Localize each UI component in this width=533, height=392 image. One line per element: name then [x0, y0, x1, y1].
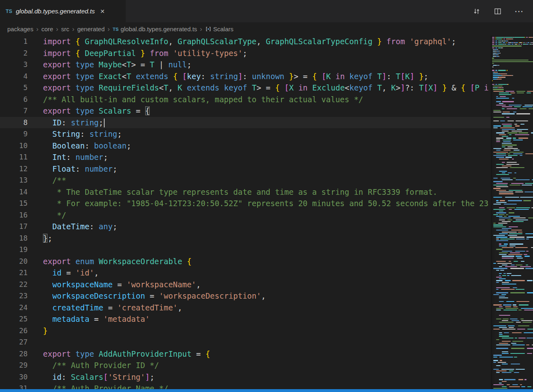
breadcrumb-label: src	[61, 26, 69, 32]
code-line-30[interactable]: 30 id: Scalars['String'];	[0, 371, 491, 383]
breadcrumb-item-core[interactable]: core	[41, 26, 53, 32]
tab-global-db-types-generated[interactable]: TS global.db.types.generated.ts ✕	[0, 0, 126, 22]
line-number-30[interactable]: 30	[0, 371, 28, 383]
editor-actions: ⋯	[472, 0, 533, 22]
line-number-26[interactable]: 26	[0, 325, 28, 337]
breadcrumb-item-packages[interactable]: packages	[7, 26, 33, 32]
code-line-4[interactable]: 4export type Exact<T extends { [key: str…	[0, 71, 491, 82]
line-number-20[interactable]: 20	[0, 256, 28, 267]
line-number-18[interactable]: 18	[0, 233, 28, 244]
chevron-right-icon: ›	[56, 26, 58, 32]
code-line-14[interactable]: 14 * The DateTime scalar type represents…	[0, 186, 491, 198]
symbol-type-icon	[205, 26, 211, 32]
code-line-5[interactable]: 5export type RequireFields<T, K extends …	[0, 82, 491, 94]
code-line-16[interactable]: 16 */	[0, 209, 491, 221]
text-cursor	[104, 118, 105, 127]
code-line-20[interactable]: 20export enum WorkspaceOrderable {	[0, 256, 491, 267]
more-actions-icon[interactable]: ⋯	[514, 7, 523, 16]
code-line-3[interactable]: 3export type Maybe<T> = T | null;	[0, 59, 491, 71]
code-line-26[interactable]: 26}	[0, 325, 491, 337]
code-line-29[interactable]: 29 /** Auth Provider ID */	[0, 360, 491, 371]
code-line-21[interactable]: 21 id = 'id',	[0, 267, 491, 279]
code-line-27[interactable]: 27	[0, 336, 491, 348]
line-number-24[interactable]: 24	[0, 302, 28, 314]
minimap[interactable]	[491, 36, 533, 389]
breadcrumb-label: core	[41, 26, 53, 32]
close-icon[interactable]: ✕	[100, 8, 105, 15]
vscode-window: TS global.db.types.generated.ts ✕ ⋯ pack…	[0, 0, 533, 392]
line-number-16[interactable]: 16	[0, 209, 28, 221]
split-editor-icon[interactable]	[493, 7, 502, 16]
typescript-file-icon: TS	[113, 27, 119, 32]
chevron-right-icon: ›	[72, 26, 75, 32]
line-number-27[interactable]: 27	[0, 336, 28, 348]
line-number-1[interactable]: 1	[0, 36, 28, 47]
line-number-31[interactable]: 31	[0, 383, 28, 389]
breadcrumb-item-src[interactable]: src	[61, 26, 69, 32]
editor[interactable]: 1import { GraphQLResolveInfo, GraphQLSca…	[0, 36, 533, 389]
line-number-7[interactable]: 7	[0, 105, 28, 117]
line-number-17[interactable]: 17	[0, 221, 28, 233]
breadcrumb: packages›core›src›generated›TSglobal.db.…	[0, 22, 533, 36]
line-number-8[interactable]: 8	[0, 117, 28, 129]
code-line-22[interactable]: 22 workspaceName = 'workspaceName',	[0, 279, 491, 291]
chevron-right-icon: ›	[200, 26, 202, 32]
open-changes-icon[interactable]	[472, 7, 481, 16]
code-line-8[interactable]: 8 ID: string;	[0, 117, 491, 129]
chevron-right-icon: ›	[107, 26, 110, 32]
code-line-19[interactable]: 19	[0, 244, 491, 256]
line-number-13[interactable]: 13	[0, 174, 28, 186]
line-number-19[interactable]: 19	[0, 244, 28, 256]
breadcrumb-label: packages	[7, 26, 33, 32]
breadcrumb-label: Scalars	[213, 26, 234, 32]
breadcrumb-item-scalars[interactable]: Scalars	[205, 26, 234, 32]
tab-bar: TS global.db.types.generated.ts ✕ ⋯	[0, 0, 533, 22]
line-number-22[interactable]: 22	[0, 279, 28, 291]
code-line-15[interactable]: 15 * For example: "1985-04-12T23:20:50.5…	[0, 198, 491, 209]
code-line-23[interactable]: 23 workspaceDescription = 'workspaceDesc…	[0, 290, 491, 302]
line-number-25[interactable]: 25	[0, 313, 28, 325]
code-line-12[interactable]: 12 Float: number;	[0, 163, 491, 175]
line-number-23[interactable]: 23	[0, 290, 28, 302]
code-line-13[interactable]: 13 /**	[0, 174, 491, 186]
breadcrumb-item-global-db-types-generated-ts[interactable]: TSglobal.db.types.generated.ts	[113, 26, 197, 32]
typescript-file-icon: TS	[6, 9, 12, 14]
code-line-2[interactable]: 2import { DeepPartial } from 'utility-ty…	[0, 47, 491, 59]
line-number-11[interactable]: 11	[0, 151, 28, 163]
code-line-17[interactable]: 17 DateTime: any;	[0, 221, 491, 233]
tab-title: global.db.types.generated.ts	[16, 8, 95, 15]
chevron-right-icon: ›	[36, 26, 39, 32]
breadcrumb-label: global.db.types.generated.ts	[120, 26, 197, 32]
line-number-4[interactable]: 4	[0, 71, 28, 82]
code-line-11[interactable]: 11 Int: number;	[0, 151, 491, 163]
code-line-28[interactable]: 28export type AddAuthProviderInput = {	[0, 348, 491, 360]
code-line-6[interactable]: 6/** All built-in and custom scalars, ma…	[0, 94, 491, 106]
line-number-2[interactable]: 2	[0, 47, 28, 59]
code-line-1[interactable]: 1import { GraphQLResolveInfo, GraphQLSca…	[0, 36, 491, 47]
code-line-31[interactable]: 31 /** Auth Provider Name */	[0, 383, 491, 389]
line-number-5[interactable]: 5	[0, 82, 28, 94]
line-number-21[interactable]: 21	[0, 267, 28, 279]
code-line-25[interactable]: 25 metadata = 'metadata'	[0, 313, 491, 325]
code-pane[interactable]: 1import { GraphQLResolveInfo, GraphQLSca…	[0, 36, 491, 389]
line-number-14[interactable]: 14	[0, 186, 28, 198]
line-number-28[interactable]: 28	[0, 348, 28, 360]
line-number-3[interactable]: 3	[0, 59, 28, 71]
code-line-24[interactable]: 24 createdTime = 'createdTime',	[0, 302, 491, 314]
line-number-10[interactable]: 10	[0, 140, 28, 152]
line-number-9[interactable]: 9	[0, 128, 28, 140]
line-number-29[interactable]: 29	[0, 360, 28, 371]
status-bar-strip	[0, 389, 533, 392]
code-line-18[interactable]: 18};	[0, 233, 491, 244]
code-line-7[interactable]: 7export type Scalars = {	[0, 105, 491, 117]
line-number-6[interactable]: 6	[0, 94, 28, 106]
line-number-12[interactable]: 12	[0, 163, 28, 175]
code-line-9[interactable]: 9 String: string;	[0, 128, 491, 140]
line-number-15[interactable]: 15	[0, 198, 28, 209]
breadcrumb-item-generated[interactable]: generated	[77, 26, 105, 32]
code-line-10[interactable]: 10 Boolean: boolean;	[0, 140, 491, 152]
breadcrumb-label: generated	[77, 26, 105, 32]
